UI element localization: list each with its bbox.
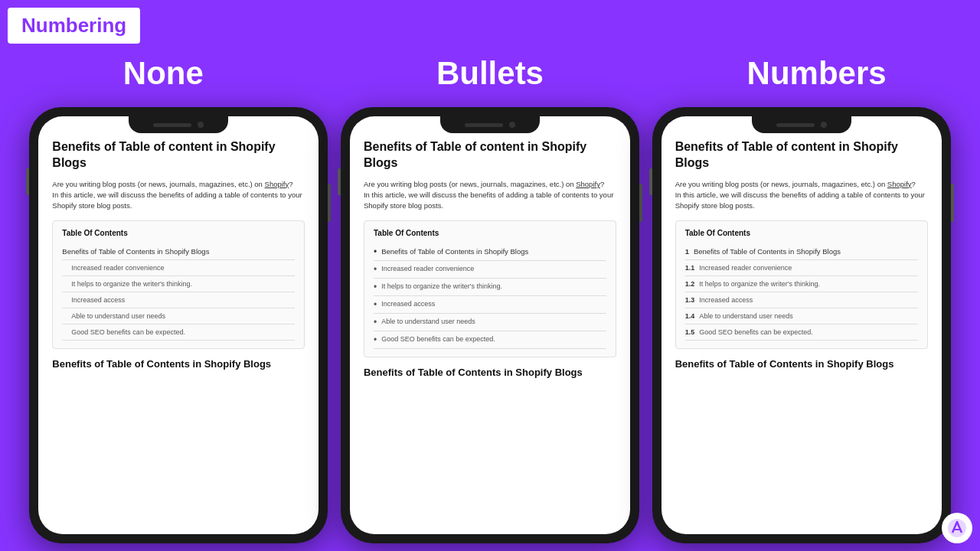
none-article-title: Benefits of Table of content in Shopify … <box>52 139 305 171</box>
col-title-bullets: Bullets <box>328 55 652 92</box>
none-toc-box: Table Of Contents Benefits of Table of C… <box>52 220 305 349</box>
logo-watermark <box>942 513 972 543</box>
numbers-intro-line1: Are you writing blog posts (or news, jou… <box>675 180 886 188</box>
bullets-toc-main[interactable]: Benefits of Table of Contents in Shopify… <box>374 243 606 261</box>
bullets-toc-box: Table Of Contents Benefits of Table of C… <box>364 220 616 357</box>
numbers-toc-sub-3[interactable]: 1.4 Able to understand user needs <box>685 308 918 324</box>
phones-container: Benefits of Table of content in Shopify … <box>0 99 980 551</box>
num-1-1: 1.1 <box>685 264 695 272</box>
numbers-toc-sub-2[interactable]: 1.3 Increased access <box>685 292 918 308</box>
none-toc-sub-1[interactable]: It helps to organize the writer's thinki… <box>62 276 295 292</box>
numbers-toc-box: Table Of Contents 1 Benefits of Table of… <box>675 220 928 349</box>
numbers-sub-label-2: Increased access <box>699 296 753 304</box>
numbers-toc-sub-4[interactable]: 1.5 Good SEO benefits can be expected. <box>685 324 918 341</box>
num-1-3: 1.3 <box>685 296 695 304</box>
notch-numbers <box>752 116 851 133</box>
phone-none: Benefits of Table of content in Shopify … <box>29 107 328 543</box>
header-title: Numbering <box>21 14 126 37</box>
none-toc-title: Table Of Contents <box>62 229 295 237</box>
bullets-toc-title: Table Of Contents <box>374 229 606 237</box>
column-titles: None Bullets Numbers <box>0 0 980 99</box>
notch-bullets <box>440 116 540 133</box>
numbers-intro-line3: In this article, we will discuss the ben… <box>675 191 925 210</box>
numbers-sub-label-0: Increased reader convenience <box>699 264 792 272</box>
bullets-toc-sub-1[interactable]: It helps to organize the writer's thinki… <box>374 279 606 296</box>
header-badge: Numbering <box>8 8 140 44</box>
notch-none <box>129 116 228 133</box>
numbers-intro-link[interactable]: Shopify <box>887 180 912 188</box>
bullets-article-intro: Are you writing blog posts (or news, jou… <box>364 179 616 212</box>
phone-none-content: Benefits of Table of content in Shopify … <box>38 116 318 534</box>
none-toc-sub-0[interactable]: Increased reader convenience <box>62 260 295 276</box>
bullets-intro-link[interactable]: Shopify <box>576 180 600 188</box>
col-title-numbers: Numbers <box>655 55 978 92</box>
none-toc-sub-4[interactable]: Good SEO benefits can be expected. <box>62 324 295 341</box>
notch-bar-3 <box>776 123 815 127</box>
notch-dot <box>198 122 204 128</box>
bullets-article-title: Benefits of Table of content in Shopify … <box>364 139 616 171</box>
num-1-2: 1.2 <box>685 280 695 288</box>
none-article-intro: Are you writing blog posts (or news, jou… <box>52 179 305 212</box>
numbers-article-intro: Are you writing blog posts (or news, jou… <box>675 179 928 212</box>
notch-bar <box>153 123 191 127</box>
notch-dot-3 <box>821 122 827 128</box>
phone-bullets: Benefits of Table of content in Shopify … <box>341 107 639 543</box>
notch-dot-2 <box>509 122 515 128</box>
none-toc-main[interactable]: Benefits of Table of Contents in Shopify… <box>62 243 295 260</box>
numbers-sub-label-1: It helps to organize the writer's thinki… <box>699 280 820 288</box>
bullets-toc-sub-0[interactable]: Increased reader convenience <box>374 261 606 279</box>
numbers-toc-sub-0[interactable]: 1.1 Increased reader convenience <box>685 260 918 276</box>
num-1-5: 1.5 <box>685 328 695 336</box>
bullets-toc-sub-2[interactable]: Increased access <box>374 296 606 314</box>
numbers-toc-main[interactable]: 1 Benefits of Table of Contents in Shopi… <box>685 243 918 260</box>
none-intro-link[interactable]: Shopify <box>265 180 289 188</box>
num-1-4: 1.4 <box>685 312 695 320</box>
phone-none-inner: Benefits of Table of content in Shopify … <box>38 116 318 534</box>
bullets-toc-sub-4[interactable]: Good SEO benefits can be expected. <box>374 331 606 349</box>
numbers-toc-title: Table Of Contents <box>685 229 918 237</box>
phone-numbers-content: Benefits of Table of content in Shopify … <box>662 116 942 534</box>
bullets-intro-line1: Are you writing blog posts (or news, jou… <box>364 180 574 188</box>
none-intro-line3: In this article, we will discuss the ben… <box>52 191 302 210</box>
none-toc-sub-3[interactable]: Able to understand user needs <box>62 308 295 324</box>
numbers-main-label: Benefits of Table of Contents in Shopify… <box>694 247 841 256</box>
numbers-article-title: Benefits of Table of content in Shopify … <box>675 139 928 171</box>
none-section-heading: Benefits of Table of Contents in Shopify… <box>52 358 305 371</box>
numbers-toc-sub-1[interactable]: 1.2 It helps to organize the writer's th… <box>685 276 918 292</box>
phone-numbers-inner: Benefits of Table of content in Shopify … <box>662 116 942 534</box>
bullets-section-heading: Benefits of Table of Contents in Shopify… <box>364 367 616 380</box>
notch-bar-2 <box>465 123 503 127</box>
phone-bullets-content: Benefits of Table of content in Shopify … <box>350 116 630 534</box>
numbers-sub-label-3: Able to understand user needs <box>699 312 793 320</box>
phone-bullets-inner: Benefits of Table of content in Shopify … <box>350 116 630 534</box>
numbers-section-heading: Benefits of Table of Contents in Shopify… <box>675 358 928 371</box>
numbers-main-num: 1 <box>685 247 689 256</box>
none-intro-line1: Are you writing blog posts (or news, jou… <box>52 180 263 188</box>
none-toc-sub-2[interactable]: Increased access <box>62 292 295 308</box>
logo-icon <box>946 517 968 539</box>
bullets-intro-line3: In this article, we will discuss the ben… <box>364 191 613 210</box>
col-title-none: None <box>2 55 325 92</box>
phone-numbers: Benefits of Table of content in Shopify … <box>652 107 951 543</box>
numbers-sub-label-4: Good SEO benefits can be expected. <box>699 328 813 336</box>
bullets-toc-sub-3[interactable]: Able to understand user needs <box>374 314 606 331</box>
